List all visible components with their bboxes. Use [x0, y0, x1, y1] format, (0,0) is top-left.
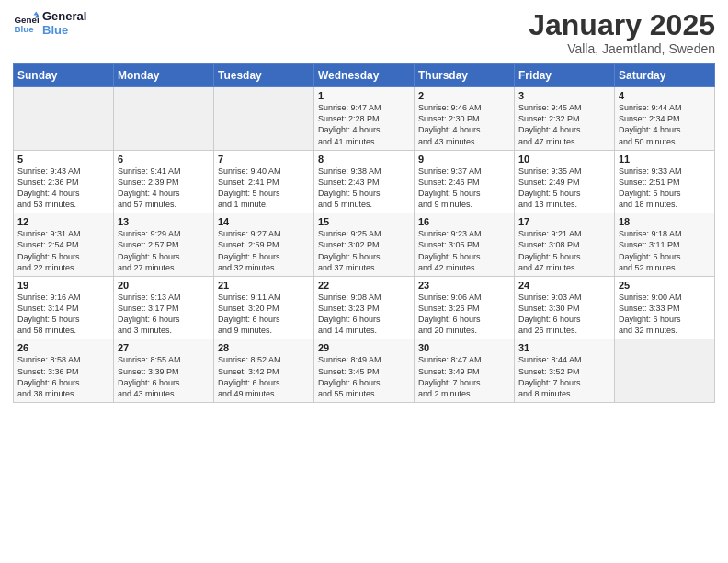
day-number: 8 — [318, 154, 410, 165]
calendar-table: Sunday Monday Tuesday Wednesday Thursday… — [13, 63, 715, 403]
calendar-cell — [615, 339, 715, 403]
calendar-cell: 14Sunrise: 9:27 AM Sunset: 2:59 PM Dayli… — [214, 213, 314, 277]
cell-content: Sunrise: 9:47 AM Sunset: 2:28 PM Dayligh… — [318, 102, 410, 147]
cell-content: Sunrise: 9:11 AM Sunset: 3:20 PM Dayligh… — [218, 292, 310, 337]
day-number: 21 — [218, 280, 310, 291]
cell-content: Sunrise: 9:06 AM Sunset: 3:26 PM Dayligh… — [418, 292, 510, 337]
header-saturday: Saturday — [615, 64, 715, 87]
svg-text:Blue: Blue — [14, 24, 34, 34]
day-number: 6 — [118, 154, 210, 165]
cell-content: Sunrise: 9:41 AM Sunset: 2:39 PM Dayligh… — [118, 166, 210, 211]
day-number: 29 — [318, 342, 410, 353]
header-tuesday: Tuesday — [214, 64, 314, 87]
day-number: 17 — [518, 216, 610, 227]
calendar-cell: 22Sunrise: 9:08 AM Sunset: 3:23 PM Dayli… — [314, 276, 415, 339]
cell-content: Sunrise: 9:23 AM Sunset: 3:05 PM Dayligh… — [418, 228, 510, 273]
calendar-cell: 8Sunrise: 9:38 AM Sunset: 2:43 PM Daylig… — [314, 150, 415, 213]
calendar-cell: 28Sunrise: 8:52 AM Sunset: 3:42 PM Dayli… — [214, 339, 314, 403]
calendar-cell: 20Sunrise: 9:13 AM Sunset: 3:17 PM Dayli… — [114, 276, 214, 339]
logo: General Blue General Blue — [13, 9, 86, 37]
logo-icon: General Blue — [13, 10, 39, 36]
cell-content: Sunrise: 9:45 AM Sunset: 2:32 PM Dayligh… — [518, 102, 610, 147]
calendar-cell: 5Sunrise: 9:43 AM Sunset: 2:36 PM Daylig… — [14, 150, 114, 213]
header: General Blue General Blue January 2025 V… — [13, 9, 715, 56]
calendar-cell: 23Sunrise: 9:06 AM Sunset: 3:26 PM Dayli… — [415, 276, 515, 339]
header-friday: Friday — [515, 64, 615, 87]
cell-content: Sunrise: 8:52 AM Sunset: 3:42 PM Dayligh… — [218, 354, 310, 399]
calendar-cell: 13Sunrise: 9:29 AM Sunset: 2:57 PM Dayli… — [114, 213, 214, 277]
day-number: 25 — [619, 280, 711, 291]
cell-content: Sunrise: 9:08 AM Sunset: 3:23 PM Dayligh… — [318, 292, 410, 337]
calendar-cell: 30Sunrise: 8:47 AM Sunset: 3:49 PM Dayli… — [415, 339, 515, 403]
calendar-cell: 3Sunrise: 9:45 AM Sunset: 2:32 PM Daylig… — [515, 87, 615, 151]
cell-content: Sunrise: 9:40 AM Sunset: 2:41 PM Dayligh… — [218, 166, 310, 211]
cell-content: Sunrise: 9:43 AM Sunset: 2:36 PM Dayligh… — [17, 166, 109, 211]
header-thursday: Thursday — [415, 64, 515, 87]
day-number: 2 — [418, 90, 510, 101]
calendar-cell: 6Sunrise: 9:41 AM Sunset: 2:39 PM Daylig… — [114, 150, 214, 213]
day-number: 24 — [518, 280, 610, 291]
svg-marker-2 — [33, 11, 39, 15]
cell-content: Sunrise: 9:27 AM Sunset: 2:59 PM Dayligh… — [218, 228, 310, 273]
day-number: 1 — [318, 90, 410, 101]
day-number: 3 — [518, 90, 610, 101]
calendar-cell: 19Sunrise: 9:16 AM Sunset: 3:14 PM Dayli… — [14, 276, 114, 339]
calendar-week-3: 12Sunrise: 9:31 AM Sunset: 2:54 PM Dayli… — [14, 213, 715, 277]
cell-content: Sunrise: 8:49 AM Sunset: 3:45 PM Dayligh… — [318, 354, 410, 399]
day-number: 15 — [318, 216, 410, 227]
cell-content: Sunrise: 9:35 AM Sunset: 2:49 PM Dayligh… — [518, 166, 610, 211]
calendar-cell: 31Sunrise: 8:44 AM Sunset: 3:52 PM Dayli… — [515, 339, 615, 403]
calendar-header-row: Sunday Monday Tuesday Wednesday Thursday… — [14, 64, 715, 87]
cell-content: Sunrise: 9:33 AM Sunset: 2:51 PM Dayligh… — [619, 166, 711, 211]
day-number: 23 — [418, 280, 510, 291]
day-number: 4 — [619, 90, 711, 101]
calendar-cell: 27Sunrise: 8:55 AM Sunset: 3:39 PM Dayli… — [114, 339, 214, 403]
cell-content: Sunrise: 9:03 AM Sunset: 3:30 PM Dayligh… — [518, 292, 610, 337]
cell-content: Sunrise: 8:58 AM Sunset: 3:36 PM Dayligh… — [17, 354, 109, 399]
day-number: 5 — [17, 154, 109, 165]
cell-content: Sunrise: 9:16 AM Sunset: 3:14 PM Dayligh… — [17, 292, 109, 337]
cell-content: Sunrise: 9:37 AM Sunset: 2:46 PM Dayligh… — [418, 166, 510, 211]
calendar-cell — [114, 87, 214, 151]
day-number: 28 — [218, 342, 310, 353]
cell-content: Sunrise: 9:31 AM Sunset: 2:54 PM Dayligh… — [17, 228, 109, 273]
header-wednesday: Wednesday — [314, 64, 415, 87]
calendar-cell: 11Sunrise: 9:33 AM Sunset: 2:51 PM Dayli… — [615, 150, 715, 213]
calendar-cell: 15Sunrise: 9:25 AM Sunset: 3:02 PM Dayli… — [314, 213, 415, 277]
cell-content: Sunrise: 8:47 AM Sunset: 3:49 PM Dayligh… — [418, 354, 510, 399]
day-number: 31 — [518, 342, 610, 353]
day-number: 11 — [619, 154, 711, 165]
cell-content: Sunrise: 9:38 AM Sunset: 2:43 PM Dayligh… — [318, 166, 410, 211]
logo-general: General — [42, 9, 86, 23]
day-number: 12 — [17, 216, 109, 227]
calendar-cell — [14, 87, 114, 151]
calendar-cell — [214, 87, 314, 151]
calendar-week-5: 26Sunrise: 8:58 AM Sunset: 3:36 PM Dayli… — [14, 339, 715, 403]
cell-content: Sunrise: 9:46 AM Sunset: 2:30 PM Dayligh… — [418, 102, 510, 147]
cell-content: Sunrise: 8:55 AM Sunset: 3:39 PM Dayligh… — [118, 354, 210, 399]
calendar-cell: 17Sunrise: 9:21 AM Sunset: 3:08 PM Dayli… — [515, 213, 615, 277]
logo-blue: Blue — [42, 23, 86, 37]
calendar-cell: 18Sunrise: 9:18 AM Sunset: 3:11 PM Dayli… — [615, 213, 715, 277]
cell-content: Sunrise: 9:13 AM Sunset: 3:17 PM Dayligh… — [118, 292, 210, 337]
day-number: 22 — [318, 280, 410, 291]
calendar-cell: 7Sunrise: 9:40 AM Sunset: 2:41 PM Daylig… — [214, 150, 314, 213]
calendar-cell: 21Sunrise: 9:11 AM Sunset: 3:20 PM Dayli… — [214, 276, 314, 339]
calendar-week-4: 19Sunrise: 9:16 AM Sunset: 3:14 PM Dayli… — [14, 276, 715, 339]
calendar-cell: 29Sunrise: 8:49 AM Sunset: 3:45 PM Dayli… — [314, 339, 415, 403]
day-number: 7 — [218, 154, 310, 165]
calendar-week-2: 5Sunrise: 9:43 AM Sunset: 2:36 PM Daylig… — [14, 150, 715, 213]
cell-content: Sunrise: 9:29 AM Sunset: 2:57 PM Dayligh… — [118, 228, 210, 273]
day-number: 19 — [17, 280, 109, 291]
day-number: 9 — [418, 154, 510, 165]
cell-content: Sunrise: 9:00 AM Sunset: 3:33 PM Dayligh… — [619, 292, 711, 337]
day-number: 30 — [418, 342, 510, 353]
header-monday: Monday — [114, 64, 214, 87]
calendar-week-1: 1Sunrise: 9:47 AM Sunset: 2:28 PM Daylig… — [14, 87, 715, 151]
calendar-cell: 16Sunrise: 9:23 AM Sunset: 3:05 PM Dayli… — [415, 213, 515, 277]
calendar-cell: 9Sunrise: 9:37 AM Sunset: 2:46 PM Daylig… — [415, 150, 515, 213]
day-number: 14 — [218, 216, 310, 227]
cell-content: Sunrise: 9:25 AM Sunset: 3:02 PM Dayligh… — [318, 228, 410, 273]
location-subtitle: Valla, Jaemtland, Sweden — [529, 41, 715, 56]
month-title: January 2025 — [529, 9, 715, 41]
